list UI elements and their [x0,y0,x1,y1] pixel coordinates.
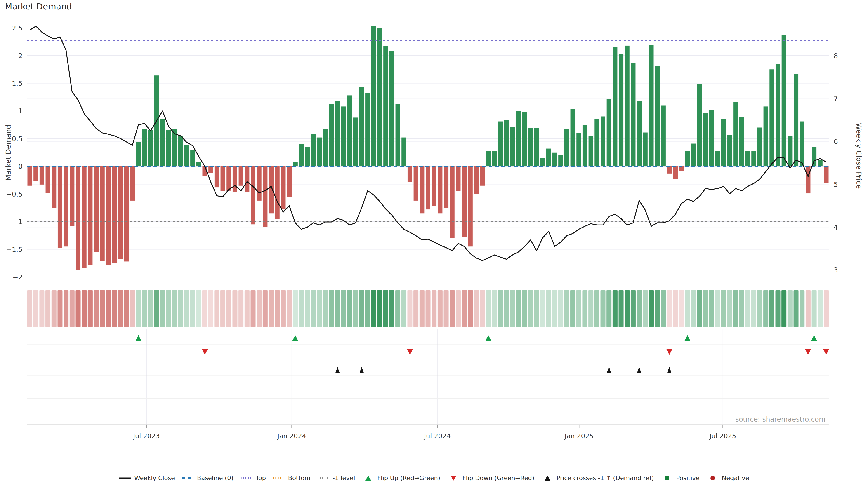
heatmap-cell [214,290,219,327]
demand-bar-positive [643,133,648,166]
heatmap-cell [196,290,201,327]
heatmap-cell [220,290,225,327]
combo-chart: −2−1.5−1−0.500.511.522.5345678Jul 2023Ja… [0,0,868,488]
heatmap-cell [564,290,569,327]
heatmap-cell [287,290,292,327]
heatmap-cell [534,290,539,327]
demand-bar-negative [106,166,111,265]
legend-item-6: Flip Down (Green→Red) [447,475,534,482]
market-demand-dashboard: −2−1.5−1−0.500.511.522.5345678Jul 2023Ja… [0,0,868,488]
heatmap-cell [480,290,485,327]
demand-bar-positive [751,151,756,166]
heatmap-cell [57,290,62,327]
heatmap-cell [619,290,624,327]
svg-text:1: 1 [18,107,23,115]
heatmap-cell [462,290,467,327]
demand-bar-positive [540,158,545,166]
demand-bar-negative [100,166,105,261]
heatmap-cell [311,290,316,327]
heatmap-cell [673,290,678,327]
heatmap-cell [118,290,123,327]
heatmap-cell [232,290,237,327]
heatmap-cell [209,290,213,327]
heatmap-cell [733,290,738,327]
legend-label: Flip Down (Green→Red) [463,475,534,482]
heatmap-cell [594,290,599,327]
demand-bar-negative [33,166,38,181]
right-axis-label: Weekly Close Price [855,123,863,189]
heatmap-cell [570,290,575,327]
legend-item-4: -1 level [317,475,355,482]
dots-icon [240,475,253,482]
svg-text:Jul 2024: Jul 2024 [424,432,451,440]
demand-bar-positive [709,110,714,166]
demand-bar-positive [365,93,370,166]
demand-bar-positive [703,112,708,166]
heatmap-cell [106,290,111,327]
event-markers [135,335,829,373]
heatmap-cell [401,290,406,327]
flip-up-marker-icon [135,335,141,341]
heatmap-cell [691,290,696,327]
demand-bar-negative [287,166,291,197]
demand-bar-positive [383,46,388,166]
demand-bar-negative [426,166,430,209]
demand-bar-positive [649,44,654,166]
demand-bar-positive [770,69,774,166]
demand-bar-negative [112,166,117,263]
heatmap-cell [697,290,702,327]
legend-label: Bottom [288,475,310,482]
demand-bar-positive [510,127,515,166]
svg-text:−2: −2 [13,273,23,281]
circle-icon [706,475,719,482]
left-axis-label: Market Demand [4,125,12,181]
demand-bar-positive [631,63,636,166]
demand-bar-positive [492,151,497,166]
heatmap-cell [486,290,491,327]
heatmap-cell [70,290,74,327]
demand-bar-negative [94,166,98,252]
legend-item-3: Bottom [273,475,310,482]
heatmap-cell [432,290,436,327]
heatmap-cell [504,290,509,327]
demand-bar-positive [299,144,304,166]
heatmap-cell [341,290,346,327]
demand-bar-positive [329,104,334,166]
demand-bar-positive [577,133,581,166]
svg-text:2.5: 2.5 [12,24,23,32]
demand-bar-positive [787,136,792,166]
heatmap-cell [124,290,129,327]
heatmap-cell [335,290,340,327]
svg-text:8: 8 [834,52,838,60]
demand-bar-negative [450,166,455,238]
demand-bar-positive [583,125,587,166]
heatmap-cell [607,290,612,327]
demand-bar-negative [76,166,81,270]
heatmap-cell [625,290,629,327]
heatmap-cell [226,290,231,327]
flip-down-marker-icon [666,349,672,355]
demand-bar-positive [782,35,786,166]
demand-bar-positive [390,51,394,166]
demand-bar-positive [794,74,798,166]
legend-label: Flip Up (Red→Green) [377,475,440,482]
legend-item-1: Baseline (0) [182,475,233,482]
heatmap-cell [154,290,159,327]
demand-bar-negative [64,166,68,247]
demand-bar-positive [317,138,322,166]
demand-bar-positive [607,99,612,166]
demand-bar-positive [600,117,605,166]
svg-text:Jul 2023: Jul 2023 [133,432,160,440]
demand-heatmap-strip [27,290,829,327]
demand-bar-positive [148,130,153,166]
heatmap-cell [444,290,449,327]
demand-bar-positive [311,134,316,166]
heatmap-cell [438,290,442,327]
flip-down-marker-icon [407,349,413,355]
demand-bar-negative [251,166,255,224]
heatmap-cell [76,290,81,327]
heatmap-cell [413,290,418,327]
heatmap-cell [787,290,793,327]
heatmap-cell [763,290,768,327]
demand-bar-negative [667,166,672,173]
